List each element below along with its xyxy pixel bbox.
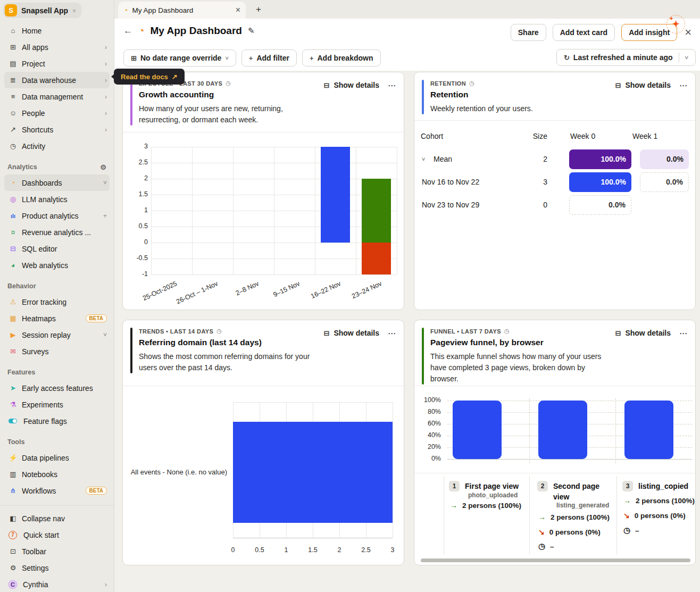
sidebar-item-data-warehouse[interactable]: ≣Data warehouse›	[4, 72, 110, 88]
sidebar-divider	[0, 505, 114, 506]
funnel-bar[interactable]	[453, 401, 502, 459]
sidebar-item-session-replay[interactable]: ▶Session replay˅	[4, 327, 110, 343]
retention-col-size: Size	[510, 132, 547, 140]
sidebar-item-early-access-features[interactable]: ➤Early access features	[4, 380, 110, 396]
sidebar-item-collapse-nav[interactable]: ◧Collapse nav	[4, 510, 110, 527]
sidebar-item-data-management[interactable]: ≡Data management›	[4, 88, 110, 105]
retention-row-size: 0	[510, 195, 547, 215]
retention-cell[interactable]: 100.0%	[569, 149, 631, 169]
divider	[123, 386, 404, 386]
trends-bar[interactable]	[233, 422, 393, 523]
trends-category-label: All events - None (i.e. no value)	[127, 468, 227, 476]
growth-y-tick-label: 2.5	[123, 159, 148, 166]
ai-sparkle-icon[interactable]: ✦ ✦	[666, 15, 685, 34]
sidebar-item-sql-editor[interactable]: ⊟SQL editor	[4, 240, 110, 257]
sidebar-item-shortcuts[interactable]: ↗Shortcuts›	[4, 121, 110, 138]
show-details-button[interactable]: ⊟Show details	[324, 329, 379, 337]
activity-icon: ◷	[7, 142, 19, 150]
show-details-button[interactable]: ⊟Show details	[324, 81, 379, 89]
sidebar-nav: ⌂Home⊞All apps›▤Project›≣Data warehouse›…	[0, 22, 114, 592]
retention-row-label: Mean	[434, 149, 452, 169]
sidebar-item-all-apps[interactable]: ⊞All apps›	[4, 39, 110, 55]
funnel-step-title: First page view	[465, 481, 539, 492]
more-options-icon[interactable]: ⋯	[388, 81, 396, 90]
refresh-button[interactable]: ↻ Last refreshed a minute ago ˅	[556, 49, 696, 66]
sidebar-item-cynthia[interactable]: CCynthia›	[4, 576, 110, 592]
sidebar-item-web-analytics[interactable]: ◕Web analytics	[4, 257, 110, 273]
chevron-down-icon[interactable]: ˅	[685, 54, 688, 61]
sidebar-section-tools: Tools	[7, 436, 106, 448]
new-tab-button[interactable]: +	[251, 2, 266, 18]
sidebar-item-revenue-analytics[interactable]: ¤Revenue analytics ...	[4, 224, 110, 240]
trends-x-tick-label: 3	[391, 546, 395, 554]
add-filter-button[interactable]: + Add filter	[241, 49, 297, 66]
details-card-icon: ⊟	[615, 81, 621, 89]
sidebar-item-surveys[interactable]: ✉Surveys	[4, 343, 110, 360]
growth-gridline	[315, 147, 315, 274]
plus-icon[interactable]: +	[103, 212, 107, 220]
experiments-icon: ⚗	[7, 401, 19, 408]
sidebar-item-experiments[interactable]: ⚗Experiments	[4, 396, 110, 413]
close-dashboard-icon[interactable]: ×	[685, 26, 691, 39]
more-options-icon[interactable]: ⋯	[388, 329, 396, 338]
sidebar-item-label: Data pipelines	[22, 454, 107, 462]
sidebar-item-product-analytics[interactable]: ılıProduct analytics+	[4, 207, 110, 224]
sidebar-item-error-tracking[interactable]: ⚠Error tracking	[4, 294, 110, 310]
card-growth-accounting: LIFECYCLE • LAST 30 DAYS◷ Growth account…	[122, 72, 404, 310]
collapse-mean-icon[interactable]: ˅	[422, 149, 425, 169]
collapse-nav-icon: ◧	[7, 514, 19, 522]
add-insight-button[interactable]: Add insight ✦ ✦	[621, 24, 677, 41]
add-text-card-button[interactable]: Add text card	[553, 24, 615, 41]
clock-icon: ◷	[226, 80, 231, 87]
sidebar-item-project[interactable]: ▤Project›	[4, 55, 110, 72]
workspace-switcher[interactable]: S Snapsell App ˅	[3, 3, 81, 18]
retention-cell[interactable]: 0.0%	[569, 195, 631, 215]
sidebar-item-toolbar[interactable]: ⊡Toolbar	[4, 543, 110, 560]
add-breakdown-button[interactable]: + Add breakdown	[302, 49, 381, 66]
date-range-override-button[interactable]: ⊞ No date range override ˅	[123, 49, 236, 66]
funnel-bar[interactable]	[624, 401, 673, 459]
show-details-button[interactable]: ⊟Show details	[615, 81, 671, 89]
trends-x-tick-label: 1	[285, 546, 288, 554]
share-button[interactable]: Share	[511, 24, 546, 41]
chevron-right-icon: ›	[105, 126, 107, 134]
more-options-icon[interactable]: ⋯	[679, 81, 688, 90]
sidebar-item-activity[interactable]: ◷Activity	[4, 138, 110, 154]
retention-cell[interactable]: 100.0%	[569, 172, 631, 192]
sidebar-item-label: Toolbar	[22, 547, 107, 556]
sidebar-item-llm-analytics[interactable]: ◎LLM analytics	[4, 191, 110, 207]
more-options-icon[interactable]: ⋯	[679, 329, 688, 338]
growth-bar-series-1-blue[interactable]	[321, 147, 350, 243]
sidebar-item-data-pipelines[interactable]: ⚡Data pipelines	[4, 449, 110, 466]
funnel-dropped: 0 persons (0%)	[549, 528, 601, 536]
sidebar-item-settings[interactable]: ⚙Settings	[4, 560, 110, 576]
horizontal-scrollbar[interactable]	[421, 558, 690, 562]
card-description: How many of your users are new, returnin…	[139, 103, 324, 126]
sidebar-item-workflows[interactable]: ⋔WorkflowsBETA	[4, 482, 110, 499]
tab-my-app-dashboard[interactable]: ◔ My App Dashboard ×	[118, 2, 246, 19]
back-arrow-icon[interactable]: ←	[123, 26, 132, 36]
sidebar-item-home[interactable]: ⌂Home	[4, 22, 110, 39]
sidebar-item-heatmaps[interactable]: ▦HeatmapsBETA	[4, 310, 110, 327]
edit-title-icon[interactable]: ✎	[248, 26, 255, 36]
sidebar-item-people[interactable]: ☺People›	[4, 105, 110, 121]
growth-bar-series-2-green[interactable]	[362, 179, 391, 243]
sidebar-item-quick-start[interactable]: 7Quick start	[4, 527, 110, 543]
sidebar-item-dashboards[interactable]: ◔Dashboards˅	[4, 174, 110, 191]
growth-y-tick-label: 1	[123, 206, 148, 214]
sidebar-item-feature-flags[interactable]: Feature flags	[4, 413, 110, 429]
retention-cell[interactable]: 0.0%	[640, 172, 689, 192]
tab-close-icon[interactable]: ×	[236, 5, 240, 15]
funnel-bar[interactable]	[538, 401, 587, 459]
median-time-clock-icon: ◷	[538, 541, 545, 551]
retention-cell[interactable]: 0.0%	[640, 149, 689, 169]
gear-icon[interactable]: ⚙	[100, 163, 106, 171]
show-details-button[interactable]: ⊟Show details	[615, 329, 671, 337]
read-the-docs-tooltip[interactable]: Read the docs ↗	[114, 69, 185, 85]
card-title: Pageview funnel, by browser	[430, 338, 615, 347]
card-description: Weekly retention of your users.	[430, 103, 615, 114]
growth-bar-series-3-red[interactable]	[362, 243, 391, 274]
sidebar-item-notebooks[interactable]: ▥Notebooks	[4, 466, 110, 482]
sparkle-small-glyph: ✦	[669, 16, 673, 21]
growth-x-tick-label: 2–8 Nov	[234, 280, 260, 297]
